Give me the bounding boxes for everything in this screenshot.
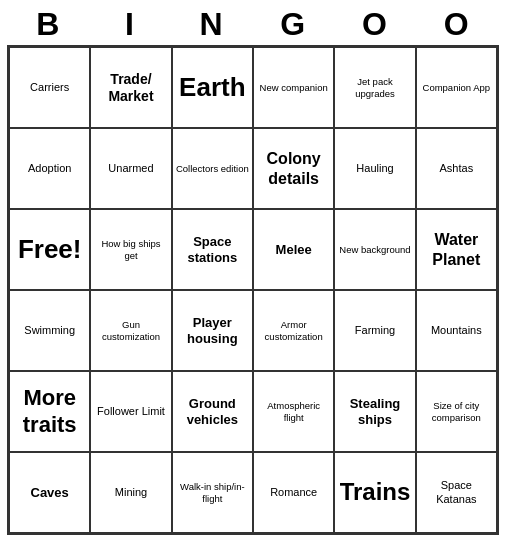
table-row: Farming <box>334 290 415 371</box>
title-o1: O <box>338 6 413 43</box>
table-row: Space stations <box>172 209 253 290</box>
table-row: Colony details <box>253 128 334 209</box>
table-row: Carriers <box>9 47 90 128</box>
table-row: Swimming <box>9 290 90 371</box>
table-row: Caves <box>9 452 90 533</box>
table-row: Gun customization <box>90 290 171 371</box>
table-row: Hauling <box>334 128 415 209</box>
table-row: New background <box>334 209 415 290</box>
table-row: Mountains <box>416 290 497 371</box>
table-row: Stealing ships <box>334 371 415 452</box>
table-row: Unarmed <box>90 128 171 209</box>
title-b: B <box>11 6 86 43</box>
title-i: I <box>93 6 168 43</box>
table-row: Melee <box>253 209 334 290</box>
table-row: Mining <box>90 452 171 533</box>
table-row: Trains <box>334 452 415 533</box>
table-row: Player housing <box>172 290 253 371</box>
table-row: Adoption <box>9 128 90 209</box>
table-row: Trade/ Market <box>90 47 171 128</box>
table-row: How big ships get <box>90 209 171 290</box>
table-row: Water Planet <box>416 209 497 290</box>
table-row: More traits <box>9 371 90 452</box>
table-row: Companion App <box>416 47 497 128</box>
table-row: Ashtas <box>416 128 497 209</box>
title-n: N <box>175 6 250 43</box>
table-row: Armor customization <box>253 290 334 371</box>
table-row: Jet pack upgrades <box>334 47 415 128</box>
table-row: New companion <box>253 47 334 128</box>
table-row: Romance <box>253 452 334 533</box>
table-row: Free! <box>9 209 90 290</box>
bingo-title: B I N G O O <box>8 0 498 45</box>
bingo-grid: CarriersTrade/ MarketEarthNew companionJ… <box>7 45 499 535</box>
table-row: Ground vehicles <box>172 371 253 452</box>
table-row: Walk-in ship/in-flight <box>172 452 253 533</box>
table-row: Collectors edition <box>172 128 253 209</box>
table-row: Space Katanas <box>416 452 497 533</box>
table-row: Size of city comparison <box>416 371 497 452</box>
title-o2: O <box>420 6 495 43</box>
table-row: Atmospheric flight <box>253 371 334 452</box>
table-row: Follower Limit <box>90 371 171 452</box>
title-g: G <box>256 6 331 43</box>
table-row: Earth <box>172 47 253 128</box>
